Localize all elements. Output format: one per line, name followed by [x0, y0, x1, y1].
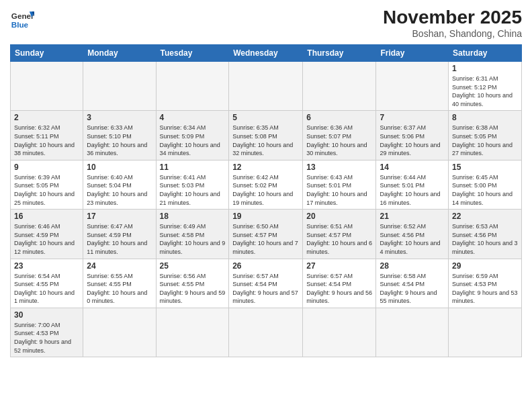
- day-cell-w5-d5: [376, 308, 449, 357]
- day-info: Sunrise: 6:33 AM Sunset: 5:10 PM Dayligh…: [87, 124, 152, 157]
- day-number: 11: [160, 163, 226, 172]
- week-row-4: 23Sunrise: 6:54 AM Sunset: 4:55 PM Dayli…: [11, 259, 522, 308]
- day-info: Sunrise: 6:50 AM Sunset: 4:57 PM Dayligh…: [232, 222, 299, 256]
- day-cell-w5-d4: [303, 308, 376, 357]
- day-info: Sunrise: 6:32 AM Sunset: 5:11 PM Dayligh…: [14, 124, 79, 157]
- day-number: 7: [380, 113, 445, 122]
- day-cell-w2-d3: 12Sunrise: 6:42 AM Sunset: 5:02 PM Dayli…: [229, 160, 303, 209]
- day-cell-w1-d0: 2Sunrise: 6:32 AM Sunset: 5:11 PM Daylig…: [11, 111, 83, 160]
- week-row-1: 2Sunrise: 6:32 AM Sunset: 5:11 PM Daylig…: [11, 111, 522, 160]
- day-info: Sunrise: 6:42 AM Sunset: 5:02 PM Dayligh…: [232, 173, 299, 207]
- day-cell-w4-d2: 25Sunrise: 6:56 AM Sunset: 4:55 PM Dayli…: [156, 259, 229, 308]
- day-info: Sunrise: 6:35 AM Sunset: 5:08 PM Dayligh…: [232, 124, 299, 157]
- day-info: Sunrise: 6:39 AM Sunset: 5:05 PM Dayligh…: [14, 173, 79, 207]
- day-number: 2: [14, 113, 79, 122]
- header-friday: Friday: [376, 45, 449, 62]
- day-cell-w0-d3: [229, 62, 303, 111]
- day-number: 25: [160, 261, 226, 271]
- day-number: 29: [452, 261, 518, 271]
- week-row-5: 30Sunrise: 7:00 AM Sunset: 4:53 PM Dayli…: [11, 308, 522, 357]
- day-cell-w5-d1: [83, 308, 156, 357]
- day-info: Sunrise: 6:54 AM Sunset: 4:55 PM Dayligh…: [14, 272, 79, 306]
- header-saturday: Saturday: [449, 45, 522, 62]
- day-info: Sunrise: 6:45 AM Sunset: 5:00 PM Dayligh…: [452, 173, 518, 207]
- svg-text:Blue: Blue: [11, 20, 29, 29]
- day-cell-w2-d2: 11Sunrise: 6:41 AM Sunset: 5:03 PM Dayli…: [156, 160, 229, 209]
- day-info: Sunrise: 6:57 AM Sunset: 4:54 PM Dayligh…: [306, 272, 372, 306]
- day-cell-w4-d1: 24Sunrise: 6:55 AM Sunset: 4:55 PM Dayli…: [83, 259, 156, 308]
- day-info: Sunrise: 6:31 AM Sunset: 5:12 PM Dayligh…: [452, 75, 518, 108]
- day-cell-w2-d4: 13Sunrise: 6:43 AM Sunset: 5:01 PM Dayli…: [303, 160, 376, 209]
- day-cell-w0-d6: 1Sunrise: 6:31 AM Sunset: 5:12 PM Daylig…: [449, 62, 522, 111]
- day-info: Sunrise: 6:46 AM Sunset: 4:59 PM Dayligh…: [14, 222, 79, 256]
- day-info: Sunrise: 6:53 AM Sunset: 4:56 PM Dayligh…: [452, 222, 518, 256]
- day-cell-w3-d0: 16Sunrise: 6:46 AM Sunset: 4:59 PM Dayli…: [11, 210, 83, 259]
- day-cell-w0-d1: [83, 62, 156, 111]
- day-cell-w3-d4: 20Sunrise: 6:51 AM Sunset: 4:57 PM Dayli…: [303, 210, 376, 259]
- logo-icon: General Blue: [10, 7, 34, 31]
- day-info: Sunrise: 6:59 AM Sunset: 4:53 PM Dayligh…: [452, 272, 518, 306]
- day-number: 28: [380, 261, 445, 271]
- day-info: Sunrise: 6:38 AM Sunset: 5:05 PM Dayligh…: [452, 124, 518, 157]
- day-info: Sunrise: 6:37 AM Sunset: 5:06 PM Dayligh…: [380, 124, 445, 157]
- day-info: Sunrise: 6:51 AM Sunset: 4:57 PM Dayligh…: [306, 222, 372, 256]
- day-cell-w3-d3: 19Sunrise: 6:50 AM Sunset: 4:57 PM Dayli…: [229, 210, 303, 259]
- day-info: Sunrise: 6:56 AM Sunset: 4:55 PM Dayligh…: [160, 272, 226, 306]
- day-number: 18: [160, 212, 226, 221]
- day-cell-w0-d0: [11, 62, 83, 111]
- day-info: Sunrise: 6:58 AM Sunset: 4:54 PM Dayligh…: [380, 272, 445, 306]
- day-cell-w2-d1: 10Sunrise: 6:40 AM Sunset: 5:04 PM Dayli…: [83, 160, 156, 209]
- day-number: 23: [14, 261, 79, 271]
- day-cell-w5-d2: [156, 308, 229, 357]
- day-number: 15: [452, 163, 518, 172]
- day-cell-w5-d6: [449, 308, 522, 357]
- day-cell-w4-d4: 27Sunrise: 6:57 AM Sunset: 4:54 PM Dayli…: [303, 259, 376, 308]
- header: General Blue November 2025 Boshan, Shand…: [10, 7, 522, 39]
- day-number: 21: [380, 212, 445, 221]
- day-info: Sunrise: 6:43 AM Sunset: 5:01 PM Dayligh…: [306, 173, 372, 207]
- day-cell-w5-d3: [229, 308, 303, 357]
- week-row-3: 16Sunrise: 6:46 AM Sunset: 4:59 PM Dayli…: [11, 210, 522, 259]
- header-monday: Monday: [83, 45, 156, 62]
- day-number: 8: [452, 113, 518, 122]
- day-info: Sunrise: 6:52 AM Sunset: 4:56 PM Dayligh…: [380, 222, 445, 256]
- day-number: 17: [87, 212, 152, 221]
- day-cell-w3-d6: 22Sunrise: 6:53 AM Sunset: 4:56 PM Dayli…: [449, 210, 522, 259]
- day-cell-w0-d2: [156, 62, 229, 111]
- day-number: 30: [14, 310, 79, 320]
- week-row-0: 1Sunrise: 6:31 AM Sunset: 5:12 PM Daylig…: [11, 62, 522, 111]
- day-cell-w1-d3: 5Sunrise: 6:35 AM Sunset: 5:08 PM Daylig…: [229, 111, 303, 160]
- header-wednesday: Wednesday: [229, 45, 303, 62]
- day-cell-w4-d5: 28Sunrise: 6:58 AM Sunset: 4:54 PM Dayli…: [376, 259, 449, 308]
- location-subtitle: Boshan, Shandong, China: [383, 28, 522, 39]
- day-info: Sunrise: 6:36 AM Sunset: 5:07 PM Dayligh…: [306, 124, 372, 157]
- day-number: 10: [87, 163, 152, 172]
- day-cell-w4-d6: 29Sunrise: 6:59 AM Sunset: 4:53 PM Dayli…: [449, 259, 522, 308]
- header-sunday: Sunday: [11, 45, 83, 62]
- day-number: 24: [87, 261, 152, 271]
- day-info: Sunrise: 7:00 AM Sunset: 4:53 PM Dayligh…: [14, 321, 79, 355]
- day-cell-w2-d0: 9Sunrise: 6:39 AM Sunset: 5:05 PM Daylig…: [11, 160, 83, 209]
- day-number: 26: [232, 261, 299, 271]
- day-cell-w2-d5: 14Sunrise: 6:44 AM Sunset: 5:01 PM Dayli…: [376, 160, 449, 209]
- day-number: 27: [306, 261, 372, 271]
- day-info: Sunrise: 6:57 AM Sunset: 4:54 PM Dayligh…: [232, 272, 299, 306]
- day-cell-w1-d5: 7Sunrise: 6:37 AM Sunset: 5:06 PM Daylig…: [376, 111, 449, 160]
- day-cell-w4-d3: 26Sunrise: 6:57 AM Sunset: 4:54 PM Dayli…: [229, 259, 303, 308]
- day-number: 5: [232, 113, 299, 122]
- title-block: November 2025 Boshan, Shandong, China: [383, 7, 522, 39]
- day-cell-w2-d6: 15Sunrise: 6:45 AM Sunset: 5:00 PM Dayli…: [449, 160, 522, 209]
- day-number: 12: [232, 163, 299, 172]
- header-thursday: Thursday: [303, 45, 376, 62]
- day-cell-w1-d6: 8Sunrise: 6:38 AM Sunset: 5:05 PM Daylig…: [449, 111, 522, 160]
- day-info: Sunrise: 6:34 AM Sunset: 5:09 PM Dayligh…: [160, 124, 226, 157]
- day-number: 20: [306, 212, 372, 221]
- day-cell-w1-d2: 4Sunrise: 6:34 AM Sunset: 5:09 PM Daylig…: [156, 111, 229, 160]
- day-cell-w5-d0: 30Sunrise: 7:00 AM Sunset: 4:53 PM Dayli…: [11, 308, 83, 357]
- day-cell-w1-d1: 3Sunrise: 6:33 AM Sunset: 5:10 PM Daylig…: [83, 111, 156, 160]
- day-number: 19: [232, 212, 299, 221]
- logo: General Blue: [10, 7, 34, 31]
- week-row-2: 9Sunrise: 6:39 AM Sunset: 5:05 PM Daylig…: [11, 160, 522, 209]
- weekday-header-row: Sunday Monday Tuesday Wednesday Thursday…: [11, 45, 522, 62]
- header-tuesday: Tuesday: [156, 45, 229, 62]
